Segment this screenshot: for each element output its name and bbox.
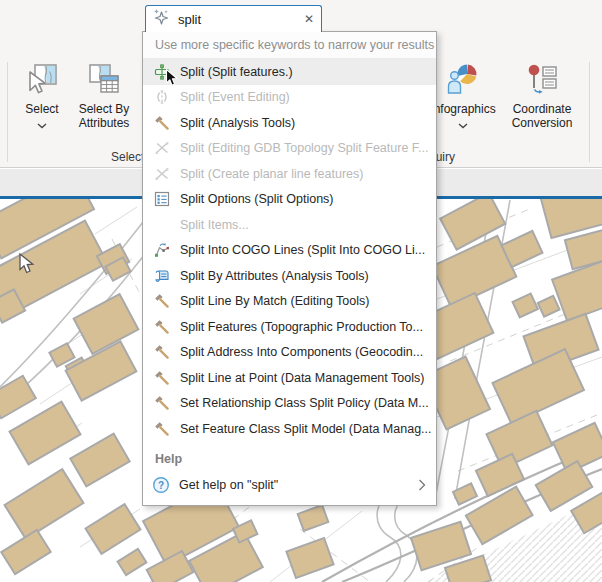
search-results-list: Split (Split features.)Split (Event Edit…	[143, 59, 436, 442]
hammer-tool-icon	[153, 293, 171, 309]
search-input-value: split	[178, 12, 304, 27]
search-result-item[interactable]: Split (Analysis Tools)	[143, 110, 436, 136]
split-options-icon	[153, 191, 171, 207]
hammer-tool-icon	[153, 395, 171, 411]
search-result-item: Split Items...	[143, 212, 436, 238]
infographics-icon	[446, 62, 480, 99]
search-result-label: Split (Editing GDB Topology Split Featur…	[180, 141, 429, 155]
search-result-item[interactable]: Split By Attributes (Analysis Tools)	[143, 263, 436, 289]
search-result-item[interactable]: Split Into COGO Lines (Split Into COGO L…	[143, 238, 436, 264]
search-result-item[interactable]: Set Relationship Class Split Policy (Dat…	[143, 391, 436, 417]
search-result-label: Split Features (Topographic Production T…	[180, 320, 423, 334]
search-result-label: Set Feature Class Split Model (Data Mana…	[180, 422, 432, 436]
hammer-tool-icon	[153, 344, 171, 360]
search-result-item[interactable]: Split Options (Split Options)	[143, 187, 436, 213]
coordinate-conversion-label: Coordinate Conversion	[505, 102, 579, 130]
search-result-label: Split By Attributes (Analysis Tools)	[180, 269, 369, 283]
search-result-item: Split (Editing GDB Topology Split Featur…	[143, 136, 436, 162]
chevron-right-icon	[418, 479, 426, 491]
search-result-item[interactable]: Set Feature Class Split Model (Data Mana…	[143, 416, 436, 442]
group-divider	[7, 62, 8, 162]
help-circle-icon: ?	[152, 476, 170, 494]
get-help-label: Get help on "split"	[179, 478, 278, 492]
coordinate-conversion-icon	[525, 62, 559, 99]
select-by-attributes-label: Select By Attributes	[72, 102, 136, 130]
chevron-down-icon[interactable]	[458, 118, 468, 132]
search-result-label: Split Line at Point (Data Management Too…	[180, 371, 424, 385]
group-divider	[589, 62, 590, 162]
infographics-label: Infographics	[430, 102, 495, 116]
search-result-item: Split (Create planar line features)	[143, 161, 436, 187]
search-result-item: Split (Event Editing)	[143, 85, 436, 111]
search-result-label: Split Options (Split Options)	[180, 192, 334, 206]
select-tool-icon	[25, 62, 59, 99]
search-result-item[interactable]: Split Address Into Components (Geocodin.…	[143, 340, 436, 366]
search-result-label: Split (Analysis Tools)	[180, 116, 295, 130]
search-result-label: Split (Create planar line features)	[180, 167, 363, 181]
select-button-label: Select	[25, 102, 58, 116]
help-section-header: Help	[143, 448, 436, 470]
search-result-label: Split Into COGO Lines (Split Into COGO L…	[180, 243, 425, 257]
search-result-item[interactable]: Split Line By Match (Editing Tools)	[143, 289, 436, 315]
search-result-label: Set Relationship Class Split Policy (Dat…	[180, 396, 429, 410]
hammer-tool-icon	[153, 319, 171, 335]
search-result-item[interactable]: Split (Split features.)	[143, 59, 436, 85]
search-hint-text: Use more specific keywords to narrow you…	[143, 32, 436, 59]
get-help-link[interactable]: ? Get help on "split"	[143, 470, 436, 500]
command-search-sparkle-icon	[153, 8, 169, 30]
cogo-lines-icon	[153, 242, 171, 258]
script-scroll-icon	[153, 268, 171, 284]
svg-text:?: ?	[158, 479, 164, 490]
search-result-label: Split Address Into Components (Geocodin.…	[180, 345, 423, 359]
search-result-item[interactable]: Split Features (Topographic Production T…	[143, 314, 436, 340]
chevron-down-icon[interactable]	[37, 118, 47, 132]
search-result-label: Split (Split features.)	[180, 65, 293, 79]
topology-split-icon	[153, 166, 171, 182]
search-result-label: Split Items...	[180, 218, 249, 232]
close-icon[interactable]: ✕	[304, 12, 314, 26]
hammer-tool-icon	[153, 370, 171, 386]
select-by-attributes-button[interactable]: Select By Attributes	[72, 62, 136, 130]
search-result-label: Split Line By Match (Editing Tools)	[180, 294, 369, 308]
hammer-tool-icon	[153, 115, 171, 131]
coordinate-conversion-button[interactable]: Coordinate Conversion	[505, 62, 579, 130]
command-search-input[interactable]: split ✕	[145, 5, 322, 32]
hammer-tool-icon	[153, 421, 171, 437]
select-by-attributes-icon	[87, 62, 121, 99]
search-results-dropdown: Use more specific keywords to narrow you…	[142, 31, 437, 506]
select-button[interactable]: Select	[14, 62, 70, 132]
search-result-label: Split (Event Editing)	[180, 90, 290, 104]
mouse-cursor-icon	[165, 68, 178, 92]
search-result-item[interactable]: Split Line at Point (Data Management Too…	[143, 365, 436, 391]
topology-split-icon	[153, 140, 171, 156]
